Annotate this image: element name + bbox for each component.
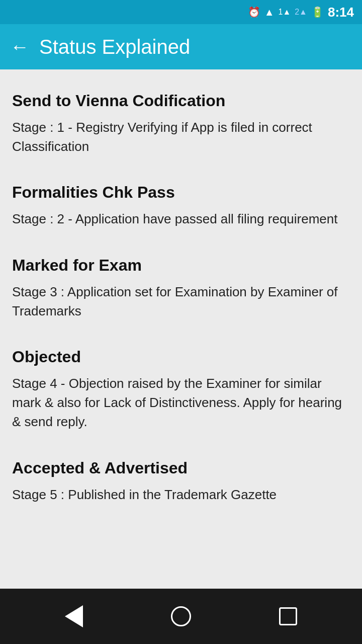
section-title-accepted-advertised: Accepted & Advertised: [12, 459, 350, 477]
section-send-to-vienna: Send to Vienna Codification Stage : 1 - …: [12, 79, 350, 171]
battery-icon: 🔋: [311, 6, 324, 18]
status-time: 8:14: [328, 5, 354, 20]
bottom-nav: [0, 589, 362, 644]
section-title-send-to-vienna: Send to Vienna Codification: [12, 92, 350, 110]
home-nav-icon: [171, 606, 191, 626]
section-desc-accepted-advertised: Stage 5 : Published in the Trademark Gaz…: [12, 486, 350, 505]
section-accepted-advertised: Accepted & Advertised Stage 5 : Publishe…: [12, 447, 350, 520]
status-bar: ⏰ ▲ 1▲ 2▲ 🔋 8:14: [0, 0, 362, 24]
section-desc-objected: Stage 4 - Objection raised by the Examin…: [12, 374, 350, 431]
section-title-objected: Objected: [12, 348, 350, 366]
content-area: Send to Vienna Codification Stage : 1 - …: [0, 69, 362, 589]
section-title-marked-for-exam: Marked for Exam: [12, 256, 350, 275]
section-objected: Objected Stage 4 - Objection raised by t…: [12, 336, 350, 446]
home-nav-button[interactable]: [163, 599, 199, 634]
back-button[interactable]: ←: [10, 37, 29, 56]
status-icons: ⏰ ▲ 1▲ 2▲ 🔋 8:14: [248, 5, 354, 20]
signal1-icon: 1▲: [278, 8, 291, 17]
section-desc-send-to-vienna: Stage : 1 - Registry Verifying if App is…: [12, 118, 350, 156]
section-title-formalities-chk-pass: Formalities Chk Pass: [12, 183, 350, 202]
section-desc-formalities-chk-pass: Stage : 2 - Application have passed all …: [12, 210, 350, 229]
recents-nav-icon: [279, 607, 297, 625]
wifi-icon: ▲: [264, 7, 275, 18]
section-formalities-chk-pass: Formalities Chk Pass Stage : 2 - Applica…: [12, 171, 350, 244]
app-bar: ← Status Explained: [0, 24, 362, 69]
back-nav-icon: [65, 605, 83, 627]
page-title: Status Explained: [39, 36, 190, 58]
recents-nav-button[interactable]: [270, 599, 306, 634]
alarm-icon: ⏰: [248, 6, 260, 18]
section-marked-for-exam: Marked for Exam Stage 3 : Application se…: [12, 244, 350, 336]
section-desc-marked-for-exam: Stage 3 : Application set for Examinatio…: [12, 283, 350, 320]
signal2-icon: 2▲: [295, 8, 307, 17]
back-nav-button[interactable]: [56, 599, 92, 634]
